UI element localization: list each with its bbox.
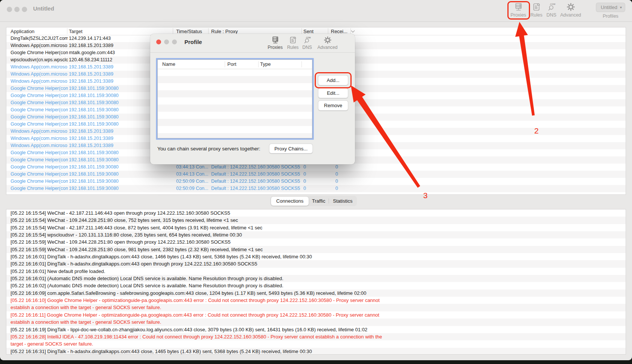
cell-target: 192.168.15.201:3389 xyxy=(69,143,113,148)
add-button[interactable]: Add... xyxy=(318,75,348,85)
dialog-toolbar-item-advanced[interactable]: Advanced xyxy=(316,35,339,50)
toolbar-item-proxies[interactable]: Proxies xyxy=(507,2,529,18)
close-button[interactable] xyxy=(7,7,12,12)
cell-app: Windows App(com.microso... xyxy=(11,79,68,84)
zoom-button[interactable] xyxy=(22,7,27,12)
table-row[interactable]: Google Chrome Helper(com...192.168.101.1… xyxy=(6,164,626,171)
column-divider xyxy=(302,61,302,67)
log-line: target - general SOCKS server failure. xyxy=(6,340,626,347)
server-icon xyxy=(507,2,529,12)
app-window: Untitled ProxiesRules.COMDNSAdvanced Unt… xyxy=(0,0,632,360)
dialog-toolbar-item-proxies[interactable]: Proxies xyxy=(265,35,285,50)
proxy-column-header[interactable]: Port xyxy=(227,61,236,67)
proxy-column-header[interactable]: Type xyxy=(260,61,271,67)
cell-app: Google Chrome Helper(com... xyxy=(11,171,68,177)
tab-statistics[interactable]: Statistics xyxy=(329,196,356,206)
chevron-down-icon: ▾ xyxy=(620,3,622,12)
tab-traffic[interactable]: Traffic xyxy=(309,196,329,206)
dialog-toolbar-item-label: Advanced xyxy=(316,45,339,50)
column-header[interactable]: Time/Status xyxy=(176,29,202,34)
log-panel: [05.22 16:15:54] WeChat - 42.187.211.146… xyxy=(6,209,626,355)
proxy-table-empty-row xyxy=(158,76,312,83)
view-tabs: ConnectionsTrafficStatistics xyxy=(270,196,357,206)
profile-dialog: Profile ProxiesRules.COMDNSAdvanced Name… xyxy=(150,34,355,164)
proxy-table-empty-row xyxy=(158,105,312,112)
cell-target: 192.168.15.201:3389 xyxy=(69,71,113,77)
cell-app: Google Chrome Helper(com... xyxy=(11,164,68,170)
toolbar-item-advanced[interactable]: Advanced xyxy=(559,2,582,18)
dialog-toolbar-item-dns[interactable]: .COMDNS xyxy=(299,35,315,50)
proxy-table-empty-row xyxy=(158,119,312,126)
column-header[interactable]: Recei... xyxy=(331,29,347,34)
log-line: establish a connection with the target -… xyxy=(6,318,626,326)
cell-app: Google Chrome Helper(com... xyxy=(11,121,68,127)
proxy-chains-button[interactable]: Proxy Chains... xyxy=(269,144,313,153)
edit-button[interactable]: Edit... xyxy=(318,88,348,98)
dialog-zoom-button[interactable] xyxy=(172,39,177,44)
column-header[interactable]: Target xyxy=(69,29,82,34)
column-divider xyxy=(208,28,209,34)
column-header[interactable]: Application xyxy=(11,29,35,34)
cell-target: 120.46.58.234:11112 xyxy=(69,57,112,62)
cell-target: 192.168.15.201:3389 xyxy=(69,136,113,141)
proxy-table-header: NamePortType xyxy=(158,60,312,69)
proxy-table-empty-row xyxy=(158,90,312,97)
table-row[interactable]: Google Chrome Helper(com...192.168.101.1… xyxy=(6,185,626,192)
cell-target: 124.239.14.171:443 xyxy=(69,36,111,41)
column-divider xyxy=(173,28,173,34)
cell-app: Google Chrome Helper(com... xyxy=(11,114,68,120)
proxy-table-empty-row xyxy=(158,126,312,133)
profiles-label: Profiles xyxy=(596,14,625,19)
table-row[interactable]: Google Chrome Helper(com...192.168.101.1… xyxy=(6,178,626,185)
proxy-table-empty-row xyxy=(158,83,312,90)
remove-button[interactable]: Remove xyxy=(318,100,348,111)
log-line: [05.22 16:16:09] com.apple.Safari.SafeBr… xyxy=(6,290,626,297)
cell-target: 192.168.101.159:30080 xyxy=(69,179,119,184)
column-divider xyxy=(302,28,302,34)
cell-app: DingTalk(5ZSL2CJU2T.com... xyxy=(11,36,68,41)
svg-text:.COM: .COM xyxy=(550,3,555,5)
proxy-list-table[interactable]: NamePortType xyxy=(157,59,312,138)
column-header[interactable]: Rule : Proxy xyxy=(211,29,238,34)
cell-app: Windows App(com.microso... xyxy=(11,43,68,48)
log-line: [05.22 16:16:02] (Automatic DNS mode det… xyxy=(6,282,626,289)
cell-app: Google Chrome Helper(com... xyxy=(11,150,68,155)
segment-separator xyxy=(329,199,329,203)
log-line: [05.22 16:15:59] WeChat - 109.244.228.25… xyxy=(6,246,626,253)
dialog-toolbar-item-label: DNS xyxy=(299,45,315,50)
gear-icon xyxy=(559,2,582,12)
cell-target: 192.168.15.201:3389 xyxy=(69,79,113,84)
profiles-dropdown[interactable]: Untitled ▾ xyxy=(596,3,625,12)
minimize-button[interactable] xyxy=(14,7,20,12)
cell-target: 192.168.101.159:30080 xyxy=(69,107,119,112)
cell-app: Google Chrome Helper(com... xyxy=(11,107,68,112)
com-search-icon: .COM xyxy=(544,2,559,12)
cell-rule: Default : 124.222.152.160:30580 SOCKS5 xyxy=(211,179,300,184)
log-line: [05.22 16:16:31] DingTalk - h-adashx.din… xyxy=(6,348,626,355)
dialog-close-button[interactable] xyxy=(156,39,161,44)
table-row[interactable]: Google Chrome Helper(com...192.168.101.1… xyxy=(6,171,626,178)
sort-direction-chevron-icon[interactable] xyxy=(351,29,354,32)
log-line: [05.22 16:15:54] WeChat - 42.187.211.146… xyxy=(6,224,626,231)
cell-recv: 0 xyxy=(335,179,338,184)
toolbar-item-dns[interactable]: .COMDNS xyxy=(544,2,559,18)
scroll-icon xyxy=(528,2,544,12)
cell-app: Google Chrome Helper(com... xyxy=(11,157,68,162)
proxy-table-empty-row xyxy=(158,112,312,119)
cell-app: Windows App(com.microso... xyxy=(11,136,68,141)
column-header[interactable]: Sent xyxy=(303,29,314,34)
dialog-minimize-button[interactable] xyxy=(164,39,169,44)
log-line: [05.22 16:16:28] IntelliJ IDEA - 47.108.… xyxy=(6,333,626,340)
tab-connections[interactable]: Connections xyxy=(271,196,309,206)
toolbar-item-label: Rules xyxy=(528,12,544,18)
proxy-table-empty-row xyxy=(158,97,312,105)
cell-rule: Default : 124.222.152.160:30580 SOCKS5 xyxy=(211,171,300,177)
cell-target: 192.168.101.159:30080 xyxy=(69,86,119,91)
toolbar-item-rules[interactable]: Rules xyxy=(528,2,544,18)
cell-app: Google Chrome Helper(com... xyxy=(11,186,68,191)
cell-target: 192.168.15.201:3389 xyxy=(69,43,113,48)
proxy-column-header[interactable]: Name xyxy=(162,61,175,67)
cell-app: Windows App(com.microso... xyxy=(11,71,68,77)
log-line: [05.22 16:15:54] WeChat - 42.187.211.146… xyxy=(6,209,626,217)
cell-target: 192.168.101.159:30080 xyxy=(69,186,119,191)
